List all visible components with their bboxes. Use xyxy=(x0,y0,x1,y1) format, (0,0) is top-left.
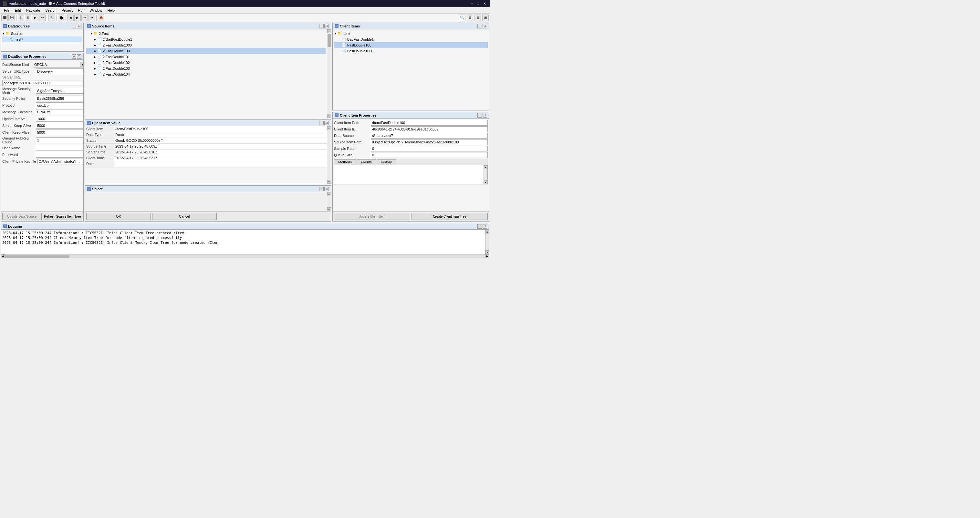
logging-vscroll[interactable]: ▲ ▼ xyxy=(485,230,489,254)
client-items-maximize[interactable]: □ xyxy=(482,24,487,29)
client-keepalive-input[interactable] xyxy=(36,129,83,135)
client-items-minimize[interactable]: ─ xyxy=(477,24,482,29)
toolbar-btn-2[interactable]: 💾 xyxy=(8,14,15,21)
tree-arrow-source[interactable]: ▼ xyxy=(2,32,5,35)
tab-methods[interactable]: Methods xyxy=(334,159,356,165)
tree-source[interactable]: ▼ 📁 Source xyxy=(2,31,82,37)
civ-vscroll[interactable]: ▲ ▼ xyxy=(327,126,331,184)
bad-arrow[interactable]: ▶ xyxy=(94,38,97,41)
ok-btn[interactable]: OK xyxy=(86,213,151,220)
menu-help[interactable]: Help xyxy=(105,8,118,13)
ds-properties-minimize[interactable]: ─ xyxy=(72,54,76,59)
hscroll-right[interactable]: ▶ xyxy=(485,254,489,258)
tree-test7[interactable]: ⓪ test7 xyxy=(2,37,82,42)
fd101-arrow[interactable]: ▶ xyxy=(94,56,97,59)
username-input[interactable] xyxy=(36,145,83,151)
logging-minimize[interactable]: ─ xyxy=(477,224,482,229)
hscroll-track[interactable] xyxy=(5,255,485,258)
tab-events[interactable]: Events xyxy=(356,159,376,165)
tree-item-fd101[interactable]: ▶ 📄 2:FastDouble101 xyxy=(86,54,326,60)
menu-edit[interactable]: Edit xyxy=(12,8,24,13)
msg-security-btn[interactable]: ▼ xyxy=(83,88,83,94)
fd1000-arrow[interactable]: ▶ xyxy=(94,44,97,47)
cip-queue-input[interactable] xyxy=(371,152,488,158)
cip-sample-input[interactable] xyxy=(371,146,488,151)
fd103-arrow[interactable]: ▶ xyxy=(94,67,97,70)
kind-dropdown-btn[interactable]: ▼ xyxy=(80,62,83,67)
tree-ci-bad[interactable]: 📄 BadFastDouble1 xyxy=(334,37,488,42)
cip-tab-scroll-down[interactable]: ▼ xyxy=(484,180,488,184)
civ-maximize[interactable]: □ xyxy=(324,121,329,125)
toolbar-layout-btn[interactable]: ⊞ xyxy=(467,14,473,21)
create-client-item-tree-btn[interactable]: Create Client Item Tree xyxy=(412,213,488,220)
select-vscroll-up[interactable]: ▲ xyxy=(327,192,331,196)
toolbar-btn-8[interactable]: ⬤ xyxy=(58,14,64,21)
update-ds-btn[interactable]: Update Data Source xyxy=(2,213,42,220)
toolbar-search-btn[interactable]: 🔍 xyxy=(459,14,465,21)
refresh-tree-btn[interactable]: Refresh Source Item Tree xyxy=(43,213,83,220)
datasources-maximize[interactable]: □ xyxy=(77,24,81,29)
cip-path-input[interactable] xyxy=(371,120,488,126)
toolbar-view-btn[interactable]: ⊟ xyxy=(474,14,481,21)
security-policy-btn[interactable]: ▼ xyxy=(83,95,83,102)
logging-scroll-down[interactable]: ▼ xyxy=(485,250,489,254)
hscroll-left[interactable]: ◀ xyxy=(1,254,5,258)
fd104-arrow[interactable]: ▶ xyxy=(94,73,97,76)
server-url-input[interactable] xyxy=(2,80,82,86)
civ-minimize[interactable]: ─ xyxy=(319,121,324,125)
close-btn[interactable]: ✕ xyxy=(483,2,486,6)
cip-source-path-input[interactable] xyxy=(371,139,488,145)
tree-item-fd100[interactable]: ▶ 📄 2:FastDouble100 xyxy=(86,48,326,54)
fd100-arrow[interactable]: ▶ xyxy=(94,50,97,52)
fd102-arrow[interactable]: ▶ xyxy=(94,61,97,64)
password-input[interactable] xyxy=(36,152,83,157)
security-policy-input[interactable] xyxy=(36,95,83,102)
tree-item-bad[interactable]: ▶ 📄 2:BadFastDouble1 xyxy=(86,37,326,42)
minimize-btn[interactable]: ─ xyxy=(471,2,474,6)
server-url-type-input[interactable] xyxy=(36,68,83,74)
client-key-input[interactable] xyxy=(37,159,82,164)
menu-navigate[interactable]: Navigate xyxy=(24,8,43,13)
server-keepalive-input[interactable] xyxy=(36,123,83,129)
tree-item-fd103[interactable]: ▶ 📄 2:FastDouble103 xyxy=(86,65,326,72)
menu-file[interactable]: File xyxy=(1,8,12,13)
kind-input[interactable] xyxy=(33,62,80,67)
select-vscroll[interactable]: ▲ ▼ xyxy=(327,192,331,211)
maximize-btn[interactable]: □ xyxy=(477,2,479,6)
menu-project[interactable]: Project xyxy=(59,8,75,13)
cip-maximize[interactable]: □ xyxy=(482,113,487,118)
toolbar-btn-3[interactable]: ⚙ xyxy=(18,14,24,21)
toolbar-btn-1[interactable]: ⬛ xyxy=(1,14,8,21)
select-minimize[interactable]: ─ xyxy=(319,187,324,191)
fast-arrow[interactable]: ▼ xyxy=(90,32,93,35)
toolbar-btn-11[interactable]: ↩ xyxy=(81,14,88,21)
item-root-arrow[interactable]: ▼ xyxy=(334,32,337,35)
cip-tab-scroll-up[interactable]: ▲ xyxy=(484,165,488,169)
vscroll-down[interactable]: ▼ xyxy=(327,114,331,118)
msg-encoding-btn[interactable]: ▼ xyxy=(83,109,83,115)
update-interval-input[interactable] xyxy=(36,116,83,122)
toolbar-export-btn[interactable]: 📤 xyxy=(98,14,104,21)
toolbar-more-btn[interactable]: ⊠ xyxy=(482,14,489,21)
vscroll-up[interactable]: ▲ xyxy=(327,29,331,33)
datasources-minimize[interactable]: ─ xyxy=(72,24,76,29)
menu-run[interactable]: Run xyxy=(75,8,87,13)
ds-properties-maximize[interactable]: □ xyxy=(77,54,81,59)
logging-scroll-up[interactable]: ▲ xyxy=(485,230,489,234)
civ-vscroll-down[interactable]: ▼ xyxy=(327,180,331,184)
cip-ds-input[interactable] xyxy=(371,133,488,138)
cip-tab-vscroll[interactable]: ▲ ▼ xyxy=(484,165,487,184)
toolbar-btn-12[interactable]: ↪ xyxy=(89,14,95,21)
source-items-maximize[interactable]: □ xyxy=(324,24,329,29)
source-items-minimize[interactable]: ─ xyxy=(319,24,324,29)
update-client-item-btn[interactable]: Update Client Item xyxy=(334,213,410,220)
cancel-btn[interactable]: Cancel xyxy=(152,213,217,220)
select-vscroll-down[interactable]: ▼ xyxy=(327,207,331,211)
toolbar-btn-7[interactable]: 🔧 xyxy=(48,14,55,21)
tree-ci-fd1000[interactable]: 📄 FastDouble1000 xyxy=(334,48,488,54)
protocol-btn[interactable]: ▼ xyxy=(83,102,83,108)
tree-item-fd102[interactable]: ▶ 📄 2:FastDouble102 xyxy=(86,60,326,65)
msg-security-input[interactable] xyxy=(36,88,83,94)
cip-minimize[interactable]: ─ xyxy=(477,113,482,118)
tree-item-fd104[interactable]: ▶ 📄 2:FastDouble104 xyxy=(86,72,326,77)
